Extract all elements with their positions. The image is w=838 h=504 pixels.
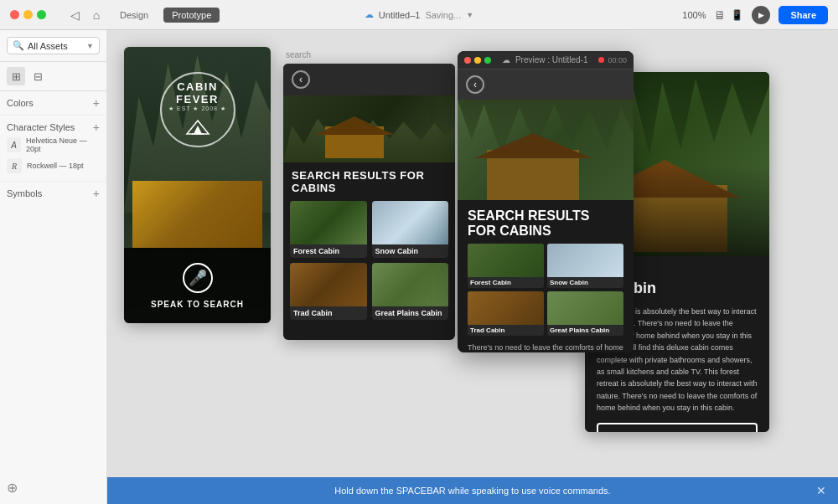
- toolbar-bottom-icon[interactable]: ⊕: [7, 480, 18, 496]
- saving-status: Saving...: [425, 10, 461, 20]
- preview-forest-cabin-desc: There's no need to leave the comforts of…: [468, 342, 623, 352]
- detail-reserve-button[interactable]: RESERVE: [597, 423, 758, 432]
- sidebar-char-styles-header[interactable]: Character Styles +: [7, 121, 100, 134]
- preview-content-header: ‹: [458, 69, 634, 100]
- preview-top-bar: ☁ Preview : Untitled-1 00:00: [458, 51, 634, 69]
- preview-dot-red[interactable]: [464, 57, 471, 64]
- cabin-fever-logo: CABIN FEVER ★ EST ★ 2008 ★: [160, 72, 235, 147]
- cloud-icon: ☁: [365, 9, 374, 20]
- search-cabin-card-plains[interactable]: Great Plains Cabin: [372, 263, 449, 320]
- back-nav-icon[interactable]: ◁: [66, 7, 83, 23]
- main-layout: 🔍 All Assets ▼ ⊞ ⊟ Colors + Character St…: [0, 30, 838, 504]
- cabin-fever-logo-line1: CABIN: [177, 80, 218, 93]
- window-min-btn[interactable]: [23, 10, 33, 19]
- trad-cabin-name: Trad Cabin: [290, 306, 367, 320]
- search-icon: 🔍: [13, 40, 24, 51]
- search-label: search: [286, 50, 311, 59]
- assets-label: All Assets: [28, 41, 68, 51]
- snow-cabin-name: Snow Cabin: [372, 244, 449, 258]
- cabin-fever-mountain-icon: [185, 115, 210, 140]
- desktop-icon[interactable]: 🖥: [714, 8, 726, 22]
- window-close-btn[interactable]: [10, 10, 19, 19]
- preview-body: SEARCH RESULTSFOR CABINS Forest Cabin Sn…: [458, 200, 634, 352]
- trad-cabin-img: [290, 263, 367, 306]
- char-style-name-1: Rockwell — 18pt: [27, 162, 84, 170]
- preview-card-forest-img: [468, 244, 544, 277]
- preview-card-trad-name: Trad Cabin: [468, 325, 544, 336]
- preview-title-bar: ☁ Preview : Untitled-1: [502, 55, 588, 64]
- window-max-btn[interactable]: [37, 10, 46, 19]
- preview-time-text: 00:00: [608, 56, 627, 64]
- top-bar-right: 100% 🖥 📱 ▶ Share: [682, 6, 828, 24]
- preview-card-snow-name: Snow Cabin: [547, 277, 623, 288]
- colors-add-icon[interactable]: +: [93, 96, 100, 110]
- search-results-title: SEARCH RESULTS FOR CABINS: [283, 162, 455, 198]
- preview-card-trad-img: [468, 291, 544, 325]
- preview-card-trad[interactable]: Trad Cabin: [468, 291, 544, 336]
- grid-view-icon[interactable]: ⊞: [7, 67, 25, 85]
- assets-dropdown[interactable]: 🔍 All Assets ▼: [7, 37, 100, 54]
- char-style-preview-0: A: [7, 137, 21, 152]
- top-bar-center: ☁ Untitled–1 Saving... ▼: [365, 9, 473, 20]
- preview-dot-yellow[interactable]: [474, 57, 481, 64]
- preview-card-plains[interactable]: Great Plains Cabin: [547, 291, 623, 336]
- sidebar-bottom: ⊕: [0, 205, 106, 504]
- toast-message: Hold down the SPACEBAR while speaking to…: [334, 486, 610, 496]
- preview-dot-green[interactable]: [484, 57, 491, 64]
- preview-dots: [464, 57, 491, 64]
- dropdown-icon[interactable]: ▼: [466, 11, 473, 19]
- window-buttons: [10, 10, 46, 19]
- mic-icon[interactable]: 🎤: [183, 263, 213, 293]
- sidebar-char-styles-section: Character Styles + A Helvetica Neue — 20…: [0, 116, 106, 182]
- tab-prototype[interactable]: Prototype: [163, 8, 220, 23]
- speak-text: SPEAK TO SEARCH: [151, 300, 244, 309]
- sidebar-colors-header[interactable]: Colors +: [7, 96, 100, 110]
- preview-search-results-title: SEARCH RESULTSFOR CABINS: [468, 208, 623, 239]
- symbols-label: Symbols: [7, 188, 42, 198]
- search-cabin-card-trad[interactable]: Trad Cabin: [290, 263, 367, 320]
- screen-cabin-fever: CABIN FEVER ★ EST ★ 2008 ★ 🎤 SPEAK TO SE…: [124, 47, 271, 323]
- search-grid: Forest Cabin Snow Cabin Trad Cabin Great…: [283, 198, 455, 323]
- mobile-icon[interactable]: 📱: [731, 9, 743, 21]
- home-nav-icon[interactable]: ⌂: [88, 7, 105, 23]
- colors-label: Colors: [7, 98, 34, 108]
- preview-back-button[interactable]: ‹: [466, 75, 484, 94]
- preview-card-snow-img: [547, 244, 623, 277]
- search-back-button[interactable]: ‹: [292, 70, 310, 89]
- bottom-toast: Hold down the SPACEBAR while speaking to…: [107, 477, 838, 504]
- list-view-icon[interactable]: ⊟: [28, 67, 47, 85]
- preview-card-snow[interactable]: Snow Cabin: [547, 244, 623, 288]
- preview-card-forest-name: Forest Cabin: [468, 277, 544, 288]
- char-style-item-0: A Helvetica Neue — 20pt: [7, 134, 100, 156]
- cabin-fever-bg: CABIN FEVER ★ EST ★ 2008 ★ 🎤 SPEAK TO SE…: [124, 47, 271, 323]
- file-title: Untitled–1: [379, 10, 421, 20]
- screen-preview: ☁ Preview : Untitled-1 00:00 ‹ SEARCH RE…: [458, 51, 634, 352]
- cabin-fever-logo-line2: FEVER: [176, 93, 219, 105]
- sidebar-symbols-header[interactable]: Symbols +: [0, 182, 106, 205]
- search-cabin-card-snow[interactable]: Snow Cabin: [372, 201, 449, 258]
- symbols-add-icon[interactable]: +: [93, 187, 100, 200]
- device-icons: 🖥 📱: [714, 8, 743, 22]
- cabin-fever-est: ★ EST ★ 2008 ★: [168, 105, 226, 112]
- cabin-fever-bottom: 🎤 SPEAK TO SEARCH: [124, 248, 271, 323]
- top-bar: ◁ ⌂ Design Prototype ☁ Untitled–1 Saving…: [0, 0, 838, 30]
- preview-card-forest[interactable]: Forest Cabin: [468, 244, 544, 288]
- record-dot: [598, 57, 604, 63]
- search-cabin-card-forest[interactable]: Forest Cabin: [290, 201, 367, 258]
- char-styles-label: Character Styles: [7, 122, 75, 132]
- sidebar: 🔍 All Assets ▼ ⊞ ⊟ Colors + Character St…: [0, 30, 107, 504]
- preview-title-text: Preview : Untitled-1: [515, 55, 588, 64]
- plains-cabin-name: Great Plains Cabin: [372, 306, 449, 320]
- toast-close-button[interactable]: ✕: [816, 484, 826, 497]
- zoom-level[interactable]: 100%: [682, 10, 706, 20]
- plains-cabin-img: [372, 263, 449, 306]
- preview-hero: [458, 100, 634, 200]
- tab-design[interactable]: Design: [111, 8, 157, 23]
- share-button[interactable]: Share: [779, 6, 828, 24]
- play-button[interactable]: ▶: [752, 6, 770, 24]
- forest-cabin-name: Forest Cabin: [290, 244, 367, 258]
- char-style-item-1: R Rockwell — 18pt: [7, 156, 100, 176]
- char-styles-add-icon[interactable]: +: [93, 121, 100, 134]
- top-nav: ◁ ⌂: [66, 7, 105, 23]
- sidebar-colors-section: Colors +: [0, 91, 106, 116]
